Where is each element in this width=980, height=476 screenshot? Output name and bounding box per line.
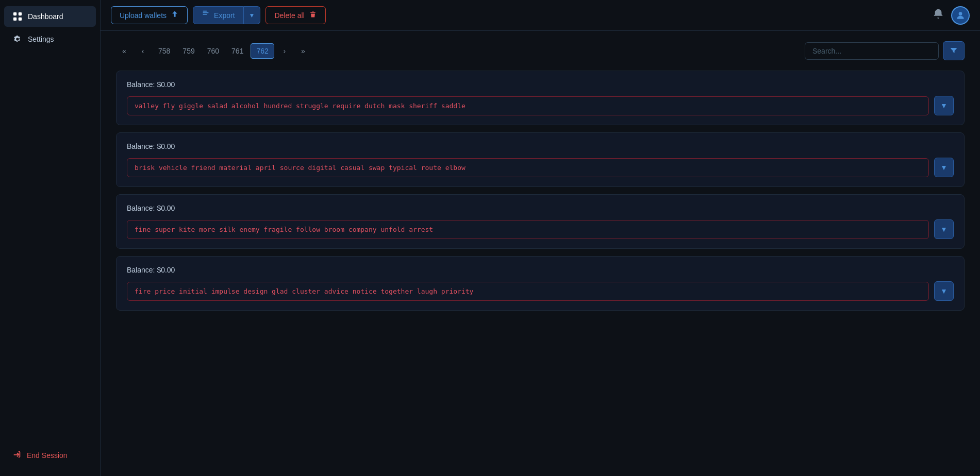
pagination: « ‹ 758 759 760 761 762 › » bbox=[116, 43, 311, 59]
filter-icon bbox=[950, 46, 958, 56]
wallet-expand-button-3[interactable]: ▼ bbox=[934, 281, 954, 301]
wallet-balance-1: Balance: $0.00 bbox=[127, 142, 954, 150]
svg-rect-5 bbox=[203, 12, 208, 13]
page-first-button[interactable]: « bbox=[116, 44, 132, 58]
wallet-phrase-row-1: brisk vehicle friend material april sour… bbox=[127, 158, 954, 177]
balance-label: Balance: bbox=[127, 142, 157, 150]
upload-icon bbox=[171, 10, 179, 20]
chevron-down-icon: ▼ bbox=[940, 101, 948, 110]
export-icon bbox=[202, 10, 210, 20]
wallet-phrase-2: fine super kite more silk enemy fragile … bbox=[127, 220, 929, 239]
wallet-phrase-3: fire price initial impulse design glad c… bbox=[127, 282, 929, 301]
sidebar-item-dashboard[interactable]: Dashboard bbox=[4, 6, 96, 27]
wallet-phrase-1: brisk vehicle friend material april sour… bbox=[127, 158, 929, 177]
balance-value: $0.00 bbox=[157, 142, 175, 150]
topbar: Upload wallets Export bbox=[101, 0, 980, 31]
settings-label: Settings bbox=[28, 35, 54, 43]
page-next-button[interactable]: › bbox=[276, 44, 293, 58]
topbar-right bbox=[933, 6, 970, 25]
upload-wallets-button[interactable]: Upload wallets bbox=[111, 6, 188, 24]
filter-button[interactable] bbox=[943, 41, 965, 60]
search-row bbox=[805, 41, 965, 60]
dashboard-label: Dashboard bbox=[28, 12, 63, 21]
chevron-down-icon: ▼ bbox=[940, 225, 948, 233]
chevron-down-icon: ▼ bbox=[940, 287, 948, 295]
notification-bell-icon[interactable] bbox=[933, 8, 944, 22]
wallet-expand-button-2[interactable]: ▼ bbox=[934, 219, 954, 239]
svg-rect-2 bbox=[13, 18, 16, 21]
export-button[interactable]: Export bbox=[193, 6, 243, 24]
sidebar-bottom: End Session bbox=[0, 439, 100, 471]
page-762-button[interactable]: 762 bbox=[251, 43, 274, 59]
end-session-icon bbox=[12, 450, 22, 461]
delete-all-label: Delete all bbox=[274, 11, 304, 20]
upload-label: Upload wallets bbox=[120, 11, 167, 20]
delete-all-button[interactable]: Delete all bbox=[265, 6, 325, 24]
settings-icon bbox=[12, 34, 23, 44]
wallet-balance-3: Balance: $0.00 bbox=[127, 266, 954, 274]
chevron-down-icon: ▼ bbox=[940, 163, 948, 172]
wallet-phrase-0: valley fly giggle salad alcohol hundred … bbox=[127, 96, 929, 115]
wallet-card-3: Balance: $0.00 fire price initial impuls… bbox=[116, 256, 965, 311]
svg-point-7 bbox=[959, 12, 962, 15]
page-758-button[interactable]: 758 bbox=[153, 44, 175, 58]
wallet-phrase-row-0: valley fly giggle salad alcohol hundred … bbox=[127, 96, 954, 115]
wallet-expand-button-0[interactable]: ▼ bbox=[934, 96, 954, 115]
balance-label: Balance: bbox=[127, 266, 157, 274]
export-dropdown-button[interactable]: ▼ bbox=[244, 6, 261, 24]
content-area: « ‹ 758 759 760 761 762 › » bbox=[101, 31, 980, 476]
balance-label: Balance: bbox=[127, 204, 157, 212]
dashboard-icon bbox=[12, 11, 23, 22]
search-input[interactable] bbox=[805, 42, 939, 60]
balance-label: Balance: bbox=[127, 80, 157, 89]
page-last-button[interactable]: » bbox=[295, 44, 311, 58]
balance-value: $0.00 bbox=[157, 204, 175, 212]
wallet-balance-0: Balance: $0.00 bbox=[127, 80, 954, 89]
wallet-balance-2: Balance: $0.00 bbox=[127, 204, 954, 212]
wallet-phrase-row-2: fine super kite more silk enemy fragile … bbox=[127, 219, 954, 239]
main-content: Upload wallets Export bbox=[101, 0, 980, 476]
wallet-list: Balance: $0.00 valley fly giggle salad a… bbox=[116, 71, 965, 311]
svg-rect-4 bbox=[203, 11, 207, 12]
wallet-phrase-row-3: fire price initial impulse design glad c… bbox=[127, 281, 954, 301]
balance-value: $0.00 bbox=[157, 266, 175, 274]
svg-rect-6 bbox=[203, 14, 207, 15]
page-760-button[interactable]: 760 bbox=[202, 44, 224, 58]
svg-rect-0 bbox=[13, 12, 16, 15]
chevron-down-icon: ▼ bbox=[249, 12, 255, 19]
topbar-actions: Upload wallets Export bbox=[111, 6, 326, 24]
sidebar: Dashboard Settings End Session bbox=[0, 0, 101, 476]
svg-rect-1 bbox=[19, 12, 22, 15]
export-group: Export ▼ bbox=[193, 6, 260, 24]
balance-value: $0.00 bbox=[157, 80, 175, 89]
pagination-bar: « ‹ 758 759 760 761 762 › » bbox=[116, 41, 965, 60]
page-759-button[interactable]: 759 bbox=[177, 44, 200, 58]
page-761-button[interactable]: 761 bbox=[226, 44, 248, 58]
end-session-label: End Session bbox=[27, 451, 68, 460]
svg-rect-3 bbox=[19, 18, 22, 21]
end-session-button[interactable]: End Session bbox=[4, 445, 96, 466]
wallet-card-2: Balance: $0.00 fine super kite more silk… bbox=[116, 194, 965, 249]
wallet-card-0: Balance: $0.00 valley fly giggle salad a… bbox=[116, 71, 965, 125]
trash-icon bbox=[309, 10, 317, 20]
wallet-card-1: Balance: $0.00 brisk vehicle friend mate… bbox=[116, 132, 965, 187]
page-prev-button[interactable]: ‹ bbox=[135, 44, 151, 58]
export-label: Export bbox=[214, 11, 235, 20]
user-avatar[interactable] bbox=[951, 6, 970, 25]
sidebar-item-settings[interactable]: Settings bbox=[4, 29, 96, 49]
wallet-expand-button-1[interactable]: ▼ bbox=[934, 158, 954, 177]
